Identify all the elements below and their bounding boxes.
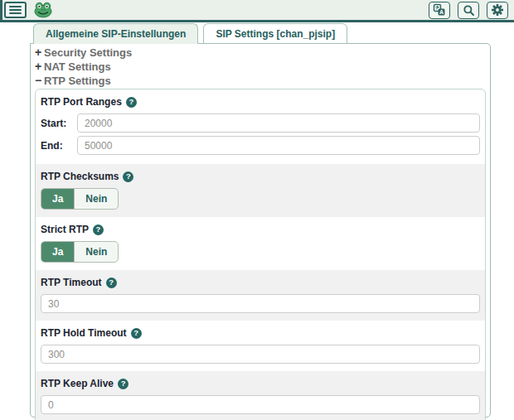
help-icon[interactable]: ? <box>93 224 104 235</box>
rtp-port-start-input[interactable] <box>77 113 480 133</box>
menu-hamburger-button[interactable] <box>4 2 27 18</box>
rtp-port-end-input[interactable] <box>77 136 480 155</box>
section-label: RTP Settings <box>44 74 111 88</box>
field-label: RTP Port Ranges <box>41 96 122 108</box>
strict-rtp-toggle: Ja Nein <box>41 241 119 263</box>
rtp-settings-content: RTP Port Ranges ? Start: End: RT <box>35 89 486 420</box>
rtp-timeout-input[interactable] <box>41 294 480 313</box>
rtp-checksums-toggle: Ja Nein <box>41 188 119 210</box>
tab-label: SIP Settings [chan_pjsip] <box>216 28 335 40</box>
field-label: RTP Hold Timeout <box>41 327 127 339</box>
tab-label: Allgemeine SIP-Einstellungen <box>46 28 186 40</box>
search-icon <box>463 4 475 17</box>
field-strict-rtp: Strict RTP ? Ja Nein <box>36 217 485 270</box>
help-icon[interactable]: ? <box>123 171 133 182</box>
help-icon[interactable]: ? <box>118 379 128 389</box>
field-rtp-keep-alive: RTP Keep Alive ? <box>36 371 485 420</box>
tab-allgemeine-sip-einstellungen[interactable]: Allgemeine SIP-Einstellungen <box>33 23 198 44</box>
end-label: End: <box>41 140 77 152</box>
plus-icon: + <box>35 46 44 60</box>
section-rtp-settings[interactable]: − RTP Settings <box>33 74 487 88</box>
plus-icon: + <box>35 60 44 74</box>
tab-sip-settings-chan-pjsip[interactable]: SIP Settings [chan_pjsip] <box>203 23 347 44</box>
freepbx-sip-settings-page: A Allgemeine <box>0 0 514 420</box>
section-nat-settings[interactable]: + NAT Settings <box>33 60 487 74</box>
help-icon[interactable]: ? <box>106 278 117 288</box>
section-security-settings[interactable]: + Security Settings <box>33 46 487 60</box>
gear-icon <box>491 3 504 17</box>
tab-bar: Allgemeine SIP-Einstellungen SIP Setting… <box>30 23 491 44</box>
section-label: Security Settings <box>44 46 132 60</box>
svg-text:A: A <box>439 9 444 15</box>
help-icon[interactable]: ? <box>126 97 137 108</box>
help-icon[interactable]: ? <box>131 328 142 339</box>
rtp-keep-alive-input[interactable] <box>41 395 480 414</box>
field-label: RTP Checksums <box>41 171 119 182</box>
language-icon: A <box>433 3 446 17</box>
field-rtp-hold-timeout: RTP Hold Timeout ? <box>36 321 485 371</box>
field-label: RTP Keep Alive <box>41 378 114 389</box>
frog-icon <box>34 2 52 18</box>
search-button[interactable] <box>458 2 479 19</box>
top-navigation-bar: A <box>0 0 514 22</box>
language-switcher-button[interactable]: A <box>429 2 450 19</box>
rtp-checksums-no-button[interactable]: Nein <box>75 189 118 209</box>
strict-rtp-yes-button[interactable]: Ja <box>41 242 75 262</box>
settings-button[interactable] <box>487 2 508 19</box>
minus-icon: − <box>35 74 44 88</box>
rtp-hold-timeout-input[interactable] <box>41 345 480 364</box>
field-rtp-port-ranges: RTP Port Ranges ? Start: End: <box>36 89 485 164</box>
start-label: Start: <box>41 118 77 129</box>
rtp-checksums-yes-button[interactable]: Ja <box>41 189 75 209</box>
sip-settings-panel: + Security Settings + NAT Settings − RTP… <box>30 43 491 418</box>
hamburger-icon <box>9 6 22 7</box>
strict-rtp-no-button[interactable]: Nein <box>75 242 118 262</box>
field-label: RTP Timeout <box>41 277 102 288</box>
freepbx-frog-logo[interactable] <box>34 2 52 18</box>
field-label: Strict RTP <box>41 224 89 235</box>
section-label: NAT Settings <box>44 60 111 74</box>
field-rtp-timeout: RTP Timeout ? <box>36 270 485 321</box>
main-content: Allgemeine SIP-Einstellungen SIP Setting… <box>30 22 491 418</box>
field-rtp-checksums: RTP Checksums ? Ja Nein <box>36 164 485 217</box>
